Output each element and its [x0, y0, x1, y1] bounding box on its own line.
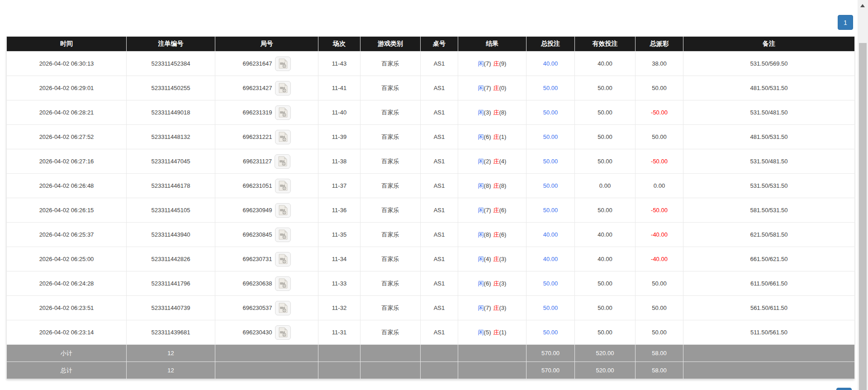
- cell-bet_id: 523311439681: [127, 320, 215, 345]
- cell-valid_bet: 50.00: [575, 296, 636, 320]
- cell-game_type: 百家乐: [360, 320, 421, 345]
- cell-time: 2026-04-02 06:26:15: [7, 198, 127, 223]
- result-player-score: (5): [484, 329, 491, 336]
- cell-payout: 50.00: [636, 271, 683, 296]
- cell-session: 11-32: [318, 296, 360, 320]
- round-id-text: 696231427: [242, 85, 272, 91]
- cell-bet_id: 523311449018: [127, 100, 215, 125]
- cell-time: 2026-04-02 06:23:14: [7, 320, 127, 345]
- table-row: 2026-04-02 06:23:14523311439681696230430…: [7, 320, 855, 345]
- cell-game_type: 百家乐: [360, 125, 421, 149]
- cell-remark: 481.50/531.50: [683, 76, 855, 100]
- round-id-text: 696230949: [242, 207, 272, 214]
- cell-round_id: 696230638: [215, 271, 318, 296]
- col-header-result: 结果: [458, 37, 526, 52]
- cell-table_no: AS1: [421, 198, 458, 223]
- cell-bet_id: 523311443940: [127, 223, 215, 247]
- result-player-score: (8): [484, 182, 491, 189]
- cell-game_type: 百家乐: [360, 296, 421, 320]
- result-player-label: 闲: [478, 304, 484, 311]
- result-banker-label: 庄: [493, 109, 499, 116]
- video-icon[interactable]: [275, 252, 291, 266]
- cell-table_no: AS1: [421, 174, 458, 198]
- footer-cell-remark: [683, 362, 855, 379]
- cell-remark: 621.50/581.50: [683, 223, 855, 247]
- cell-total_bet: 40.00: [526, 52, 575, 76]
- cell-bet_id: 523311441796: [127, 271, 215, 296]
- cell-total_bet: 40.00: [526, 223, 575, 247]
- cell-round_id: 696230430: [215, 320, 318, 345]
- video-icon[interactable]: [275, 301, 291, 315]
- result-banker-score: (1): [499, 329, 507, 336]
- cell-session: 11-39: [318, 125, 360, 149]
- cell-result: 闲(8)庄(8): [458, 174, 526, 198]
- footer-cell-session: [318, 362, 360, 379]
- cell-total_bet: 50.00: [526, 100, 575, 125]
- cell-result: 闲(7)庄(6): [458, 198, 526, 223]
- result-player-label: 闲: [478, 60, 484, 67]
- cell-bet_id: 523311447045: [127, 149, 215, 174]
- cell-bet_id: 523311442826: [127, 247, 215, 271]
- cell-bet_id: 523311450255: [127, 76, 215, 100]
- video-icon[interactable]: [275, 130, 291, 144]
- col-header-total_bet: 总投注: [526, 37, 575, 52]
- cell-round_id: 696231427: [215, 76, 318, 100]
- cell-payout: 38.00: [636, 52, 683, 76]
- cell-remark: 581.50/531.50: [683, 198, 855, 223]
- video-icon[interactable]: [275, 81, 291, 95]
- cell-session: 11-41: [318, 76, 360, 100]
- result-banker-score: (8): [499, 182, 507, 189]
- result-banker-label: 庄: [493, 182, 499, 189]
- scroll-up-arrow-icon[interactable]: [860, 4, 865, 7]
- result-banker-label: 庄: [493, 85, 499, 91]
- result-banker-score: (3): [499, 280, 507, 287]
- result-banker-score: (8): [499, 109, 507, 116]
- cell-time: 2026-04-02 06:24:28: [7, 271, 127, 296]
- cell-remark: 561.50/611.50: [683, 296, 855, 320]
- table-row: 2026-04-02 06:26:15523311445105696230949…: [7, 198, 855, 223]
- video-icon[interactable]: [275, 276, 291, 291]
- vertical-scrollbar[interactable]: [858, 0, 868, 390]
- cell-round_id: 696231051: [215, 174, 318, 198]
- round-id-group: 696230430: [242, 325, 290, 340]
- cell-remark: 531.50/481.50: [683, 149, 855, 174]
- cell-valid_bet: 50.00: [575, 320, 636, 345]
- cell-table_no: AS1: [421, 100, 458, 125]
- subtotal-row: 小计12570.00520.0058.00: [7, 345, 855, 362]
- video-icon[interactable]: [275, 325, 291, 340]
- table-body: 2026-04-02 06:30:13523311452384696231647…: [7, 52, 855, 345]
- result-player-label: 闲: [478, 329, 484, 336]
- cell-session: 11-31: [318, 320, 360, 345]
- result-banker-label: 庄: [493, 231, 499, 238]
- result-player-score: (3): [484, 109, 491, 116]
- round-id-group: 696230949: [242, 203, 290, 218]
- cell-result: 闲(6)庄(3): [458, 271, 526, 296]
- col-header-game_type: 游戏类别: [360, 37, 421, 52]
- cell-total_bet: 50.00: [526, 296, 575, 320]
- cell-game_type: 百家乐: [360, 198, 421, 223]
- video-icon[interactable]: [275, 203, 291, 218]
- video-icon[interactable]: [275, 105, 291, 120]
- video-icon[interactable]: [275, 154, 290, 169]
- page-button-1-bottom[interactable]: 1: [836, 388, 852, 390]
- footer-cell-payout: 58.00: [636, 345, 683, 362]
- scrollbar-thumb[interactable]: [859, 43, 867, 390]
- cell-round_id: 696230731: [215, 247, 318, 271]
- footer-cell-valid_bet: 520.00: [575, 362, 636, 379]
- result-player-label: 闲: [478, 133, 484, 140]
- bet-records-page: 1 时间注单编号局号场次游戏类别桌号结果总投注有效投注总派彩备注 2026-04…: [0, 0, 868, 390]
- page-button-1[interactable]: 1: [838, 15, 853, 30]
- round-id-text: 696230845: [242, 231, 272, 238]
- result-player-score: (7): [484, 207, 491, 214]
- video-icon[interactable]: [275, 57, 291, 71]
- video-icon[interactable]: [275, 179, 291, 193]
- cell-total_bet: 50.00: [526, 76, 575, 100]
- cell-valid_bet: 50.00: [575, 76, 636, 100]
- table-row: 2026-04-02 06:26:48523311446178696231051…: [7, 174, 855, 198]
- result-player-score: (7): [484, 304, 491, 311]
- result-player-label: 闲: [478, 85, 484, 91]
- video-icon[interactable]: [275, 228, 291, 242]
- round-id-text: 696231221: [242, 133, 272, 140]
- cell-result: 闲(6)庄(1): [458, 125, 526, 149]
- cell-bet_id: 523311446178: [127, 174, 215, 198]
